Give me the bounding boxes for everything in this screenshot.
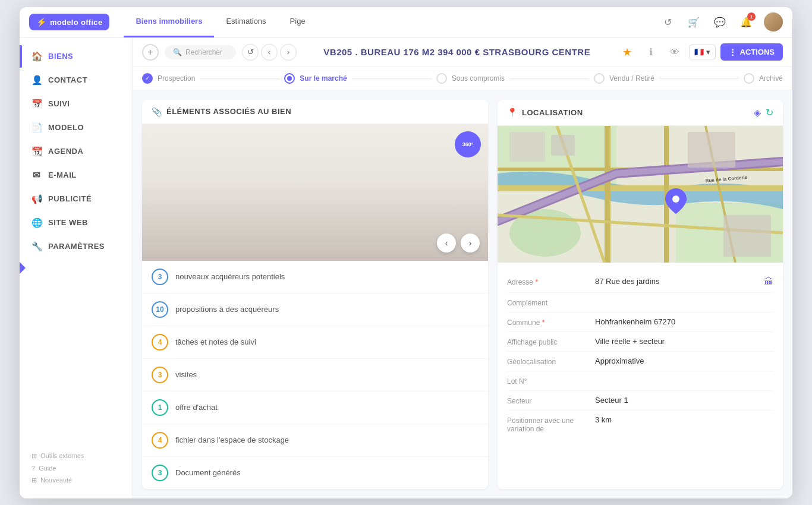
required-star-adresse: * [535, 278, 538, 286]
parametres-icon: 🔧 [32, 241, 42, 252]
svg-point-39 [672, 195, 679, 203]
sidebar-item-biens[interactable]: 🏠 BIENS [20, 45, 132, 68]
sidebar-label-siteweb: SITE WEB [48, 218, 88, 227]
label-complement: Complément [507, 298, 590, 307]
assoc-item-2[interactable]: 4 tâches et notes de suivi [142, 326, 488, 359]
avatar[interactable] [764, 12, 783, 31]
svg-rect-35 [688, 132, 735, 168]
status-sous-compromis[interactable]: Sous compromis [436, 73, 505, 84]
tab-biens-immobiliers[interactable]: Biens immobiliers [124, 7, 214, 37]
assoc-label-6: Document générés [175, 468, 241, 477]
assoc-item-1[interactable]: 10 propositions à des acquéreurs [142, 293, 488, 326]
status-vendu-retire[interactable]: Vendu / Retiré [594, 73, 654, 84]
status-dot-vendu [594, 73, 605, 84]
form-row-commune: Commune * Hohfrankenheim 67270 [507, 313, 773, 332]
sidebar-label-publicite: PUBLICITÉ [48, 194, 92, 203]
sidebar-item-publicite[interactable]: 📢 PUBLICITÉ [20, 188, 132, 210]
status-line-2 [352, 78, 432, 78]
actions-label: ACTIONS [740, 48, 775, 56]
kitchen-bg [142, 124, 488, 261]
sidebar-label-agenda: AGENDA [48, 147, 83, 156]
status-prospection[interactable]: ✓ Prospection [142, 73, 195, 84]
sidebar-item-modelo[interactable]: 📄 MODELO [20, 116, 132, 139]
image-prev-button[interactable]: ‹ [437, 233, 456, 252]
sidebar-indicator [20, 262, 26, 274]
history-icon[interactable]: ↺ [659, 14, 676, 30]
status-dot-sous-compromis [436, 73, 447, 84]
map-nav-icon[interactable]: ◈ [754, 107, 761, 118]
status-line-4 [659, 78, 739, 78]
refresh-button[interactable]: ↺ [242, 44, 259, 61]
back-button[interactable]: ‹ [261, 44, 278, 61]
paperclip-icon: 📎 [152, 107, 162, 116]
forward-button[interactable]: › [280, 44, 297, 61]
assoc-item-5[interactable]: 4 fichier dans l'espace de stockage [142, 424, 488, 457]
sidebar-footer-outils[interactable]: ⊞ Outils externes [32, 452, 120, 460]
count-badge-6: 3 [152, 465, 168, 481]
add-button[interactable]: + [142, 44, 159, 61]
nav-right: ↺ 🛒 💬 🔔 1 [659, 12, 783, 31]
assoc-item-3[interactable]: 3 visites [142, 359, 488, 392]
vr-badge[interactable]: 360° [455, 131, 481, 157]
status-label-sous-compromis: Sous compromis [452, 74, 505, 83]
sidebar-item-email[interactable]: ✉ E-MAIL [20, 164, 132, 187]
value-adresse: 87 Rue des jardins [595, 277, 759, 286]
sidebar-item-siteweb[interactable]: 🌐 SITE WEB [20, 212, 132, 234]
refresh-icon[interactable]: ↻ [766, 107, 773, 118]
right-column: 📍 LOCALISATION ◈ ↻ [498, 100, 783, 489]
eye-button[interactable]: 👁 [665, 43, 684, 62]
status-sur-marche[interactable]: Sur le marché [284, 73, 347, 84]
svg-rect-33 [509, 132, 545, 162]
form-row-variation: Positionner avec une variation de 3 km [507, 411, 773, 438]
form-row-affichage: Affichage public Ville réelle + secteur [507, 332, 773, 352]
bell-icon[interactable]: 🔔 1 [738, 14, 754, 30]
tab-estimations[interactable]: Estimations [214, 7, 278, 37]
label-lot: Lot N° [507, 376, 590, 386]
flag-button[interactable]: 🇫🇷 ▾ [689, 45, 716, 59]
address-action-icon[interactable]: 🏛 [764, 277, 773, 288]
label-variation: Positionner avec une variation de [507, 415, 590, 433]
tab-pige[interactable]: Pige [278, 7, 317, 37]
main-layout: 🏠 BIENS 👤 CONTACT 📅 SUIVI 📄 MODELO 📆 [20, 38, 792, 498]
search-box[interactable]: 🔍 Rechercher [165, 45, 236, 59]
image-next-button[interactable]: › [461, 233, 480, 252]
right-section-title: LOCALISATION [522, 108, 749, 117]
sidebar-item-parametres[interactable]: 🔧 PARAMÈTRES [20, 235, 132, 258]
chat-icon[interactable]: 💬 [712, 14, 728, 30]
sidebar-item-suivi[interactable]: 📅 SUIVI [20, 93, 132, 115]
sidebar-item-contact[interactable]: 👤 CONTACT [20, 69, 132, 91]
status-archive[interactable]: Archivé [744, 73, 783, 84]
cart-icon[interactable]: 🛒 [685, 14, 702, 30]
count-badge-0: 3 [152, 269, 168, 285]
logo[interactable]: ⚡ modelo office [29, 14, 109, 30]
image-navigation: ‹ › [437, 233, 480, 252]
form-row-secteur: Secteur Secteur 1 [507, 391, 773, 411]
map-area: Rue de la Corderie [498, 126, 783, 263]
two-col: 📎 ÉLÉMENTS ASSOCIÉS AU BIEN [133, 90, 792, 498]
status-dot-sur-marche [284, 73, 295, 84]
sidebar-item-agenda[interactable]: 📆 AGENDA [20, 140, 132, 163]
assoc-item-0[interactable]: 3 nouveaux acquéreurs potentiels [142, 261, 488, 293]
star-button[interactable]: ★ [618, 43, 637, 62]
sidebar-footer-nouveaute[interactable]: ⊞ Nouveauté [32, 476, 120, 484]
status-label-archive: Archivé [759, 74, 783, 83]
outils-icon: ⊞ [32, 452, 37, 460]
sidebar-section: 🏠 BIENS 👤 CONTACT 📅 SUIVI 📄 MODELO 📆 [20, 45, 132, 445]
assoc-item-4[interactable]: 1 offre d'achat [142, 392, 488, 424]
info-button[interactable]: ℹ [641, 43, 660, 62]
left-section-title: ÉLÉMENTS ASSOCIÉS AU BIEN [166, 107, 291, 116]
sidebar-label-modelo: MODELO [48, 123, 84, 132]
top-nav: ⚡ modelo office Biens immobiliers Estima… [20, 7, 792, 38]
left-section-header: 📎 ÉLÉMENTS ASSOCIÉS AU BIEN [142, 100, 488, 124]
assoc-item-6[interactable]: 3 Document générés [142, 457, 488, 489]
avatar-image [764, 12, 783, 31]
value-affichage: Ville réelle + secteur [595, 337, 773, 346]
svg-rect-36 [723, 215, 771, 257]
actions-button[interactable]: ⋮ ACTIONS [720, 43, 783, 61]
nav-arrows: ↺ ‹ › [242, 44, 297, 61]
label-adresse: Adresse * [507, 277, 590, 286]
sidebar-footer-guide[interactable]: ? Guide [32, 465, 120, 472]
sidebar-label-biens: BIENS [48, 52, 73, 61]
status-line-3 [509, 78, 589, 78]
nouveaute-icon: ⊞ [32, 476, 37, 484]
